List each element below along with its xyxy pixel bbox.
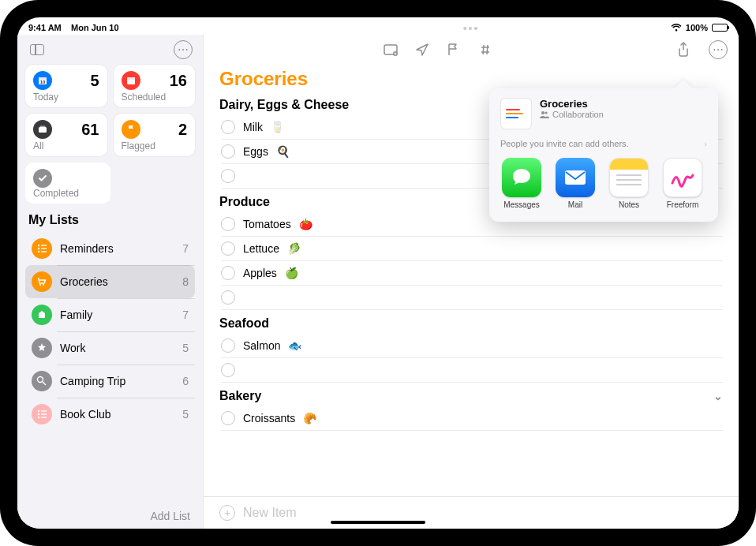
new-reminder-with-details-button[interactable] <box>384 43 401 56</box>
sidebar-list-groceries[interactable]: Groceries8 <box>25 265 195 298</box>
section-title-text: Seafood <box>219 316 269 331</box>
svg-point-18 <box>38 413 39 415</box>
svg-rect-17 <box>41 410 47 411</box>
svg-point-16 <box>38 410 39 412</box>
completed-label: Completed <box>33 188 103 199</box>
smart-count: 2 <box>178 121 187 139</box>
smart-label: All <box>33 140 99 151</box>
checkmark-icon <box>33 169 52 188</box>
sidebar-list-camping-trip[interactable]: Camping Trip6 <box>25 365 195 398</box>
complete-toggle[interactable] <box>221 169 235 183</box>
ellipsis-circle-icon: ⋯ <box>709 40 728 59</box>
reminder-emoji: 🍏 <box>285 267 298 279</box>
sidebar-list-reminders[interactable]: Reminders7 <box>25 232 195 265</box>
mail-app-icon <box>556 158 595 197</box>
list-count: 7 <box>182 242 189 255</box>
complete-toggle[interactable] <box>221 120 235 134</box>
status-bar: 9:41 AM Mon Jun 10 100% <box>17 17 739 35</box>
sidebar-list-family[interactable]: Family7 <box>25 298 195 331</box>
toggle-sidebar-button[interactable] <box>27 39 47 60</box>
screen: 9:41 AM Mon Jun 10 100% ⋯ 105Today16Sch <box>17 17 739 529</box>
complete-toggle[interactable] <box>221 241 235 256</box>
smart-card-scheduled[interactable]: 16Scheduled <box>114 65 196 107</box>
share-app-freeform[interactable]: Freeform <box>660 158 705 209</box>
share-location-button[interactable] <box>415 43 432 57</box>
share-button[interactable] <box>677 42 694 58</box>
svg-rect-21 <box>41 417 47 417</box>
reminder-item-empty[interactable] <box>221 286 723 310</box>
smart-card-completed[interactable]: Completed <box>25 163 110 204</box>
sidebar-list-work[interactable]: Work5 <box>25 331 195 365</box>
smart-card-all[interactable]: 61All <box>25 114 107 156</box>
my-lists-header: My Lists <box>25 211 195 232</box>
list-name: Reminders <box>60 242 174 255</box>
section-header[interactable]: Seafood <box>219 316 723 331</box>
multitasking-dots-icon[interactable]: ••• <box>463 22 480 35</box>
complete-toggle[interactable] <box>221 217 235 231</box>
ipad-frame: 9:41 AM Mon Jun 10 100% ⋯ 105Today16Sch <box>0 0 756 546</box>
share-sheet-title: Groceries <box>540 98 604 110</box>
new-item-label: New Item <box>243 506 297 520</box>
list-icon <box>32 305 52 325</box>
all-icon <box>33 120 52 139</box>
smart-lists-grid: 105Today16Scheduled61All2Flagged <box>25 65 195 156</box>
sidebar-list-book-club[interactable]: Book Club5 <box>25 398 195 431</box>
reminder-label: Apples <box>243 267 277 279</box>
complete-toggle[interactable] <box>221 290 235 305</box>
svg-point-25 <box>545 111 547 114</box>
complete-toggle[interactable] <box>221 266 235 280</box>
svg-point-15 <box>38 377 43 383</box>
section-header[interactable]: Bakery⌄ <box>219 389 723 403</box>
reminder-item[interactable]: Apples 🍏 <box>221 261 723 286</box>
status-time: 9:41 AM <box>28 23 62 32</box>
reminder-item[interactable]: Salmon 🐟 <box>221 334 723 358</box>
svg-point-14 <box>43 284 44 286</box>
list-icon <box>32 338 52 358</box>
share-app-messages[interactable]: Messages <box>499 158 545 209</box>
list-count: 7 <box>182 309 189 321</box>
sidebar-more-button[interactable]: ⋯ <box>173 39 193 60</box>
list-title: Groceries <box>219 68 723 90</box>
tag-button[interactable] <box>478 43 496 57</box>
list-count: 8 <box>182 275 189 288</box>
section-title-text: Dairy, Eggs & Cheese <box>219 98 349 112</box>
add-list-button[interactable]: Add List <box>25 503 195 529</box>
svg-point-24 <box>541 111 545 114</box>
reminder-item-empty[interactable] <box>221 358 723 383</box>
list-count: 6 <box>182 375 189 387</box>
reminder-emoji: 🍅 <box>299 218 313 230</box>
svg-rect-19 <box>41 413 47 414</box>
more-button[interactable]: ⋯ <box>709 40 726 59</box>
smart-label: Flagged <box>122 140 188 151</box>
reminder-item[interactable]: Lettuce 🥬 <box>221 237 723 261</box>
share-app-label: Messages <box>503 200 540 209</box>
share-app-mail[interactable]: Mail <box>552 158 598 209</box>
svg-rect-26 <box>565 170 586 185</box>
notes-app-icon <box>609 158 649 197</box>
status-date: Mon Jun 10 <box>71 23 119 32</box>
home-indicator[interactable] <box>331 521 425 524</box>
share-app-notes[interactable]: Notes <box>606 158 652 209</box>
sidebar: ⋯ 105Today16Scheduled61All2Flagged Compl… <box>17 35 204 529</box>
flag-button[interactable] <box>447 43 464 57</box>
smart-card-today[interactable]: 105Today <box>25 65 107 107</box>
messages-app-icon <box>502 158 541 197</box>
reminder-item[interactable]: Croissants 🥐 <box>221 406 723 431</box>
list-count: 5 <box>182 408 189 421</box>
complete-toggle[interactable] <box>221 363 235 377</box>
list-name: Groceries <box>60 275 174 288</box>
complete-toggle[interactable] <box>221 411 235 425</box>
list-icon <box>32 271 52 292</box>
smart-label: Scheduled <box>122 92 188 103</box>
smart-card-flagged[interactable]: 2Flagged <box>114 114 196 156</box>
new-item-button[interactable]: + New Item <box>204 496 739 529</box>
complete-toggle[interactable] <box>221 144 235 159</box>
list-count: 5 <box>182 342 189 354</box>
list-name: Book Club <box>60 408 174 421</box>
list-icon <box>32 371 52 391</box>
reminder-label: Salmon <box>243 339 280 352</box>
complete-toggle[interactable] <box>221 338 235 353</box>
svg-text:10: 10 <box>40 80 46 84</box>
share-invite-text: People you invite can add others. <box>500 139 629 148</box>
share-invite-options-button[interactable]: People you invite can add others. › <box>497 133 710 156</box>
